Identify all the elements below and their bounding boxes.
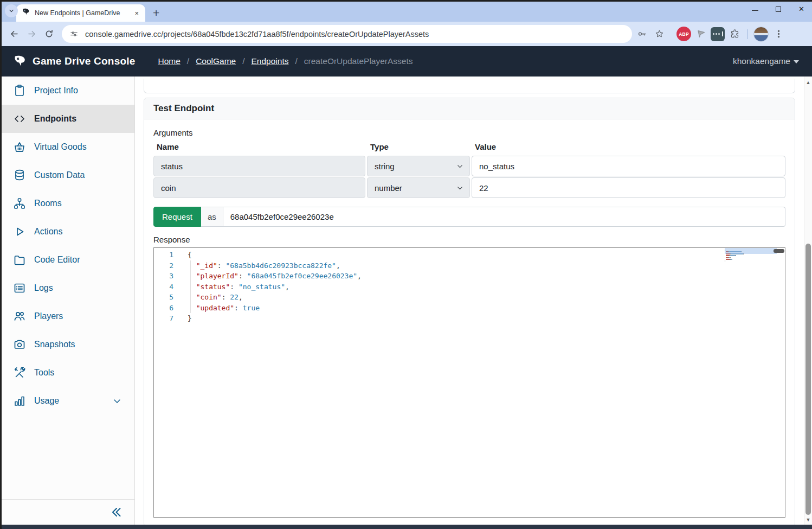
column-header-name: Name [153,141,365,155]
window-bottom-edge [0,525,812,529]
chart-icon [13,394,26,407]
breadcrumb: Home/CoolGame/Endpoints/createOrUpdatePl… [158,56,413,66]
column-header-type: Type [367,141,470,155]
username: khonkaengame [733,56,790,66]
sidebar-item-label: Virtual Goods [34,142,87,152]
sidebar-item-label: Usage [34,396,59,406]
argument-name-input[interactable]: coin [153,177,365,198]
gamedrive-favicon [22,8,30,18]
collapse-left-icon [109,506,123,519]
sidebar-item-custom-data[interactable]: Custom Data [0,161,134,189]
code-line: 1{ [154,250,785,260]
sidebar-item-virtual-goods[interactable]: Virtual Goods [0,133,134,161]
scrollbar-up-arrow[interactable]: ▲ [804,80,812,85]
clipboard-icon [13,84,26,97]
argument-type-select[interactable]: string [367,156,470,176]
indent-guide [190,260,191,313]
sidebar-item-project-info[interactable]: Project Info [0,77,134,105]
site-info-icon [69,29,79,39]
basket-icon [13,141,26,154]
back-arrow-icon [9,29,20,39]
adblock-extension-icon[interactable]: ABP [676,27,691,41]
sidebar-item-actions[interactable]: Actions [0,218,134,246]
sidebar-item-usage[interactable]: Usage [0,387,134,415]
sidebar-item-snapshots[interactable]: Snapshots [0,330,134,359]
url-text: console.gamedrive.cc/projects/68a045fbde… [85,30,429,39]
code-line: 3 "playerId": "68a045fb2ef0ce29ee26023e"… [154,271,785,282]
breadcrumb-home[interactable]: Home [158,56,180,66]
response-label: Response [153,235,785,244]
browser-tab[interactable]: New Endpoints | GameDrive × [16,4,145,22]
breadcrumb-createorupdateplayerassets: createOrUpdatePlayerAssets [304,56,413,66]
line-number: 1 [154,250,173,260]
chevron-down-icon [456,162,464,170]
scrollbar-thumb[interactable] [805,244,811,515]
reload-button[interactable] [41,27,56,42]
sitemap-icon [13,197,26,210]
window-minimize-button[interactable] [752,10,758,11]
argument-name-input[interactable]: status [153,156,365,176]
line-number: 4 [154,282,173,292]
sidebar-item-label: Logs [34,283,53,293]
app-navbar: Game Drive Console Home/CoolGame/Endpoin… [0,46,812,77]
browser-menu-button[interactable] [771,27,786,42]
password-manager-button[interactable] [634,27,649,42]
users-icon [13,310,26,323]
brand-title: Game Drive Console [33,55,135,67]
breadcrumb-separator: / [242,56,244,66]
sidebar-item-endpoints[interactable]: Endpoints [0,105,134,133]
line-number: 7 [154,313,173,324]
app-brand[interactable]: Game Drive Console [13,54,135,68]
window-maximize-button[interactable] [776,7,781,12]
database-icon [13,169,26,182]
tab-close-button[interactable]: × [132,9,141,17]
line-number: 2 [154,260,173,271]
reload-icon [44,29,54,39]
sidebar-item-label: Rooms [34,199,62,208]
sidebar-item-players[interactable]: Players [0,302,134,330]
breadcrumb-coolgame[interactable]: CoolGame [196,56,236,66]
new-tab-button[interactable]: + [153,7,159,18]
response-editor[interactable]: 1{2 "_id": "68a5bb4d6c20923bcca822fe",3 … [153,247,785,518]
column-header-value: Value [472,141,785,155]
argument-type-select[interactable]: number [367,177,470,198]
line-number: 6 [154,303,173,314]
extensions-menu-button[interactable] [727,27,742,42]
tools-icon [13,366,26,379]
previous-card-remnant [144,79,795,93]
tab-search-button[interactable] [5,4,18,17]
line-number: 5 [154,292,173,303]
request-as-input[interactable]: 68a045fb2ef0ce29ee26023e [223,207,785,227]
sidebar-item-label: Project Info [34,86,78,95]
editor-scrollbar-thumb[interactable] [774,249,784,253]
profile-avatar[interactable] [753,27,769,42]
extension-icon[interactable] [693,27,708,42]
breadcrumb-endpoints[interactable]: Endpoints [252,56,289,66]
browser-tab-strip: New Endpoints | GameDrive × + ✕ [0,0,812,22]
argument-value-input[interactable]: 22 [472,177,785,198]
code-line: 4 "status": "no_status", [154,282,785,292]
sidebar-item-label: Custom Data [34,170,85,180]
window-close-button[interactable]: ✕ [798,5,804,12]
user-menu[interactable]: khonkaengame [733,56,799,66]
extension-dark-icon[interactable] [711,27,725,41]
minimap-slider[interactable] [725,248,777,254]
sidebar-item-label: Snapshots [34,340,75,349]
back-button[interactable] [7,27,22,42]
forward-button[interactable] [24,27,39,42]
sidebar-item-logs[interactable]: Logs [0,274,134,302]
url-bar[interactable]: console.gamedrive.cc/projects/68a045fbde… [62,25,632,43]
card-title: Test Endpoint [144,98,795,119]
sidebar-item-tools[interactable]: Tools [0,359,134,387]
camera-icon [13,338,26,351]
sidebar-item-rooms[interactable]: Rooms [0,189,134,218]
breadcrumb-separator: / [187,56,189,66]
list-icon [13,282,26,295]
sidebar-collapse-button[interactable] [109,506,123,519]
scrollbar-down-arrow[interactable]: ▼ [804,517,812,522]
argument-value-input[interactable]: no_status [472,156,785,176]
bookmark-button[interactable] [652,27,667,42]
chevron-down-icon [112,396,123,406]
request-button[interactable]: Request [153,207,201,227]
sidebar-item-code-editor[interactable]: Code Editor [0,246,134,274]
